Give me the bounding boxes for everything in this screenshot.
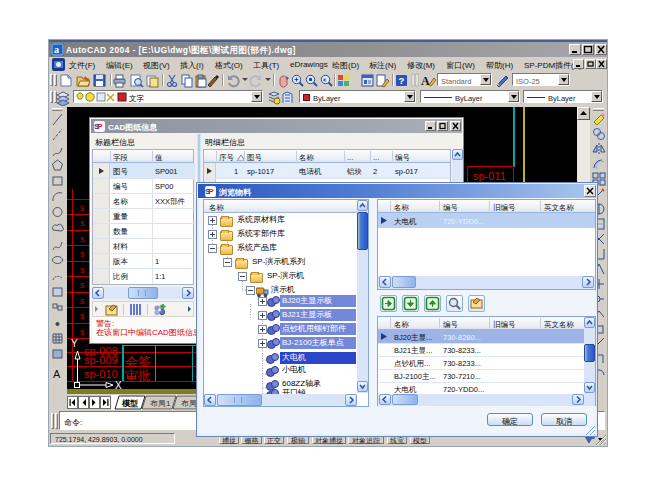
svg-text:A: A bbox=[421, 74, 430, 88]
svg-text:a: a bbox=[54, 44, 59, 55]
svg-text:Y: Y bbox=[71, 338, 78, 349]
svg-text:?: ? bbox=[398, 75, 404, 86]
svg-text:A: A bbox=[53, 368, 61, 380]
